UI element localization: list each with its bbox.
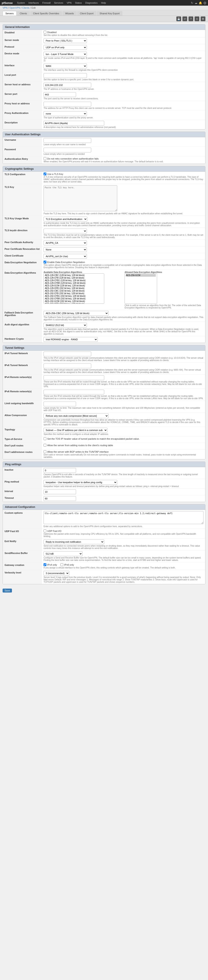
nav-firewall[interactable]: Firewall: [41, 0, 53, 6]
checkbox-auth-retry[interactable]: [43, 157, 46, 160]
tab-servers[interactable]: Servers: [3, 11, 16, 16]
select-client-cert[interactable]: AirVPN_cert (In Use): [43, 254, 87, 259]
checkbox-gateway-v4[interactable]: [43, 563, 46, 566]
select-hw-crypto[interactable]: Intel RDRAND engine - RAND: [43, 337, 98, 342]
help-icon2[interactable]: ?: [189, 16, 193, 21]
select-allowed-algos[interactable]: AES-256-GCM: [125, 274, 157, 304]
input-ipv4-remote[interactable]: [43, 375, 104, 380]
control-hw-crypto: Intel RDRAND engine - RAND: [42, 336, 205, 343]
help-description: A description may be entered here for ad…: [43, 126, 203, 128]
select-available-algos[interactable]: AES-128-CBC (128 bit key, 128 bit block)…: [43, 274, 104, 304]
help-inactive: Causes OpenVPN to exit after n seconds o…: [43, 473, 203, 478]
breadcrumb-vpn[interactable]: VPN: [3, 6, 8, 9]
checkbox-data-enc-neg[interactable]: [43, 261, 46, 264]
row-ipv4-remote: IPv4 Remote network(s) These are the IPv…: [3, 374, 205, 389]
input-ipv4-tunnel[interactable]: [43, 352, 91, 356]
help-ipv6-tunnel: This is the IPv6 virtual network used fo…: [43, 369, 203, 374]
help-server-host: The IP address or hostname of the OpenVP…: [43, 88, 203, 90]
select-proxy-auth[interactable]: none: [43, 111, 87, 116]
nav-vpn[interactable]: VPN: [65, 0, 74, 6]
checkbox-tls-key[interactable]: [43, 173, 46, 175]
list-icon[interactable]: ≡: [195, 16, 199, 21]
select-auth-algo[interactable]: SHA512 (512 bit): [43, 323, 87, 328]
help-exit-notify: Send exit notification to connected remo…: [43, 545, 203, 549]
bell-icon[interactable]: 🔔: [199, 1, 202, 5]
save-icon[interactable]: 💾: [176, 16, 181, 21]
select-interface[interactable]: WAN: [43, 64, 87, 68]
tab-client-export[interactable]: Client Export: [77, 11, 96, 16]
nav-diagnostics[interactable]: Diagnostics: [83, 0, 99, 6]
row-disabled: Disabled Disabled Set this option to dis…: [3, 30, 205, 37]
input-password[interactable]: [43, 148, 91, 153]
select-verbosity[interactable]: 3 (recommended): [43, 571, 69, 576]
breadcrumb-openvpn[interactable]: OpenVPN: [10, 6, 20, 9]
input-limit-bw[interactable]: [43, 402, 76, 406]
refresh-icon[interactable]: ↻: [191, 1, 193, 5]
cloud-icon[interactable]: ☁: [195, 1, 197, 5]
nav-status[interactable]: Status: [73, 0, 83, 6]
section-ping: Ping settings Inactive Causes OpenVPN to…: [3, 461, 205, 502]
checkbox-dont-pull[interactable]: [43, 444, 46, 447]
input-server-port[interactable]: [43, 92, 76, 97]
row-limit-bw: Limit outgoing bandwidth Leave empty for…: [3, 401, 205, 413]
control-ipv6-tunnel: This is the IPv6 virtual network used fo…: [42, 363, 205, 374]
breadcrumb-clients[interactable]: Clients: [22, 6, 30, 9]
select-protocol[interactable]: UDP on IPv4 only: [43, 45, 87, 50]
control-interval: [42, 488, 205, 495]
select-fallback-enc[interactable]: AES-256-CBC (256 bit key, 128 bit block): [43, 311, 109, 316]
nav-interfaces[interactable]: Interfaces: [27, 0, 40, 6]
select-ping-method[interactable]: keepalive - Use keepalive helper to defi…: [43, 480, 117, 485]
select-tls-key-usage[interactable]: TLS Encryption and Authentication: [43, 217, 87, 221]
tab-client-overrides[interactable]: Client Specific Overrides: [30, 11, 62, 16]
control-device-mode: tun - Layer 3 Tunnel Mode 'tun' mode car…: [42, 51, 205, 62]
checkbox-disabled[interactable]: [43, 31, 46, 33]
nav-system[interactable]: System: [15, 0, 27, 6]
save-button[interactable]: Save: [3, 589, 12, 592]
input-server-host[interactable]: [43, 83, 91, 88]
input-ipv6-tunnel[interactable]: [43, 363, 91, 368]
section-general-body: Disabled Disabled Set this option to dis…: [3, 30, 205, 129]
power-icon[interactable]: ⏻: [203, 1, 206, 5]
label-server-host: Server host or address: [3, 82, 42, 91]
control-data-enc-algos: Available Data Encryption Algorithms AES…: [42, 270, 205, 310]
nav-help[interactable]: Help: [99, 0, 108, 6]
tab-clients[interactable]: Clients: [17, 11, 30, 16]
row-custom-options: Custom options tls-client;remote-cert-tl…: [3, 510, 205, 529]
row-dont-add: Don't add/remove routes Allow the server…: [3, 449, 205, 459]
input-proxy-host[interactable]: [43, 102, 91, 107]
textarea-custom-options[interactable]: tls-client;remote-cert-tls server;remote…: [43, 511, 203, 524]
select-server-mode[interactable]: Peer to Peer ( SSL/TLS ): [43, 38, 87, 43]
textarea-tls-key[interactable]: [43, 185, 117, 211]
checkbox-udp-fastio[interactable]: [43, 530, 46, 532]
select-peer-crl[interactable]: None: [43, 247, 87, 252]
settings-icon[interactable]: ⚙: [201, 16, 205, 21]
select-send-buf[interactable]: 512 kiB: [43, 551, 83, 556]
section-tunnel: Tunnel Settings IPv4 Tunnel Network This…: [3, 345, 205, 459]
undo-icon[interactable]: ↩: [182, 16, 187, 21]
row-description: Description A description may be entered…: [3, 120, 205, 129]
input-username[interactable]: [43, 138, 91, 143]
row-tls-key-usage: TLS Key Usage Mode TLS Encryption and Au…: [3, 216, 205, 228]
input-local-port[interactable]: [43, 73, 87, 78]
checkbox-dont-add[interactable]: [43, 450, 46, 453]
select-topology[interactable]: Subnet — One IP address per client in a …: [43, 428, 107, 433]
select-tls-keydir[interactable]: [43, 229, 87, 233]
tab-wizards[interactable]: Wizards: [62, 11, 77, 16]
tab-shared-key[interactable]: Shared Key Export: [97, 11, 122, 16]
input-inactive[interactable]: [43, 468, 76, 473]
input-ipv6-remote[interactable]: [43, 390, 104, 395]
input-interval[interactable]: [43, 490, 76, 494]
checkbox-tos[interactable]: [43, 437, 46, 440]
label-gateway-creation: Gateway creation: [3, 562, 42, 570]
nav-services[interactable]: Services: [52, 0, 65, 6]
select-allow-compress[interactable]: Refuse any non-stub compression [Most se…: [43, 414, 109, 418]
row-tls-config: TLS Configuration Use a TLS Key A TLS ke…: [3, 172, 205, 184]
select-peer-ca[interactable]: AirVPN_CA: [43, 240, 87, 245]
help-tls-config: A TLS key enhances security of an OpenVP…: [43, 176, 203, 183]
label-interface: Interface: [3, 63, 42, 72]
select-device-mode[interactable]: tun - Layer 3 Tunnel Mode: [43, 52, 87, 57]
select-exit-notify[interactable]: Reply to incoming exit notification: [43, 539, 104, 544]
checkbox-gateway-v6[interactable]: [61, 563, 63, 566]
input-timeout[interactable]: [43, 496, 76, 501]
input-description[interactable]: [43, 121, 104, 126]
